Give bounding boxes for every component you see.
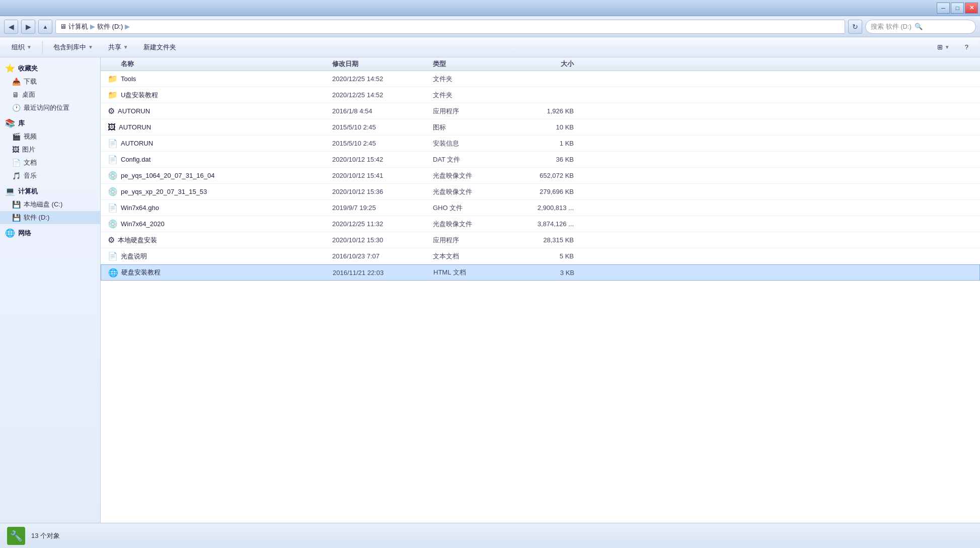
file-type-cell: 应用程序 (433, 107, 513, 116)
file-size-cell: 652,072 KB (513, 172, 584, 179)
recent-icon: 🕐 (12, 104, 21, 112)
search-box[interactable]: 搜索 软件 (D:) 🔍 (865, 20, 976, 34)
sidebar-item-local-c[interactable]: 💾 本地磁盘 (C:) (0, 198, 100, 211)
table-row[interactable]: 📄 Win7x64.gho 2019/9/7 19:25 GHO 文件 2,90… (101, 200, 980, 216)
file-name-label: Win7x64.gho (121, 204, 159, 212)
recent-label: 最近访问的位置 (24, 103, 69, 112)
table-row[interactable]: 📄 Config.dat 2020/10/12 15:42 DAT 文件 36 … (101, 152, 980, 168)
file-name-label: 硬盘安装教程 (121, 268, 161, 277)
view-button[interactable]: ⊞ ▼ (931, 40, 956, 55)
network-label: 网络 (18, 229, 31, 238)
status-count: 13 个对象 (31, 531, 60, 540)
file-date-cell: 2016/1/8 4:54 (332, 107, 433, 115)
network-header: 🌐 网络 (0, 226, 100, 240)
file-size-cell: 36 KB (513, 156, 584, 163)
close-button[interactable]: ✕ (965, 3, 978, 14)
sidebar-item-download[interactable]: 📥 下载 (0, 75, 100, 88)
organize-button[interactable]: 组织 ▼ (5, 40, 38, 55)
sidebar-item-doc[interactable]: 📄 文档 (0, 156, 100, 169)
up-button[interactable]: ▲ (38, 20, 52, 34)
doc-icon: 📄 (12, 159, 21, 167)
table-row[interactable]: 📁 U盘安装教程 2020/12/25 14:52 文件夹 (101, 87, 980, 103)
breadcrumb-sep1: ▶ (90, 23, 95, 30)
main-content: ⭐ 收藏夹 📥 下载 🖥 桌面 🕐 最近访问的位置 📚 库 (0, 57, 980, 523)
breadcrumb-sep2: ▶ (125, 23, 130, 30)
sidebar: ⭐ 收藏夹 📥 下载 🖥 桌面 🕐 最近访问的位置 📚 库 (0, 57, 101, 523)
help-button[interactable]: ? (958, 40, 975, 55)
table-row[interactable]: 🌐 硬盘安装教程 2016/11/21 22:03 HTML 文档 3 KB (101, 264, 980, 281)
include-library-button[interactable]: 包含到库中 ▼ (47, 40, 100, 55)
breadcrumb-drive[interactable]: 软件 (D:) (97, 22, 123, 31)
minimize-button[interactable]: ─ (937, 3, 950, 14)
table-row[interactable]: 📄 AUTORUN 2015/5/10 2:45 安装信息 1 KB (101, 135, 980, 152)
search-placeholder-text: 搜索 软件 (D:) (871, 22, 912, 31)
table-row[interactable]: 🖼 AUTORUN 2015/5/10 2:45 图标 10 KB (101, 119, 980, 135)
table-row[interactable]: 📁 Tools 2020/12/25 14:52 文件夹 (101, 71, 980, 87)
file-name-cell: 🖼 AUTORUN (101, 123, 332, 132)
share-button[interactable]: 共享 ▼ (102, 40, 135, 55)
file-name-label: AUTORUN (121, 140, 153, 147)
sidebar-item-soft-d[interactable]: 💾 软件 (D:) (0, 211, 100, 224)
file-icon: 📄 (108, 203, 118, 213)
file-date-cell: 2015/5/10 2:45 (332, 123, 433, 131)
file-name-label: AUTORUN (118, 107, 150, 115)
file-date-cell: 2020/10/12 15:42 (332, 156, 433, 163)
sidebar-item-video[interactable]: 🎬 视频 (0, 130, 100, 143)
local-c-label: 本地磁盘 (C:) (24, 200, 62, 209)
breadcrumb-computer[interactable]: 计算机 (68, 22, 88, 31)
view-icon: ⊞ (937, 43, 943, 51)
desktop-label: 桌面 (22, 90, 35, 99)
library-label: 库 (18, 119, 25, 128)
file-date-cell: 2019/9/7 19:25 (332, 204, 433, 212)
file-icon: ⚙ (108, 235, 115, 245)
file-name-label: 本地硬盘安装 (118, 236, 157, 245)
file-name-cell: 💿 pe_yqs_1064_20_07_31_16_04 (101, 171, 332, 180)
soft-d-label: 软件 (D:) (24, 213, 49, 222)
file-size-cell: 2,900,813 ... (513, 204, 584, 212)
file-type-cell: 文件夹 (433, 91, 513, 100)
titlebar-buttons: ─ □ ✕ (937, 3, 978, 14)
file-name-cell: 📄 AUTORUN (101, 139, 332, 148)
file-icon: 💿 (108, 187, 118, 196)
file-size-cell: 279,696 KB (513, 188, 584, 195)
toolbar-sep1 (42, 41, 43, 53)
file-type-cell: HTML 文档 (433, 268, 514, 277)
file-name-cell: 📁 Tools (101, 74, 332, 84)
file-name-label: pe_yqs_1064_20_07_31_16_04 (121, 172, 215, 179)
file-size-cell: 3 KB (514, 269, 584, 277)
table-row[interactable]: 💿 Win7x64_2020 2020/12/25 11:32 光盘映像文件 3… (101, 216, 980, 232)
file-type-cell: 应用程序 (433, 236, 513, 245)
file-name-label: AUTORUN (119, 123, 151, 131)
sidebar-item-desktop[interactable]: 🖥 桌面 (0, 88, 100, 101)
file-type-cell: 文本文档 (433, 252, 513, 261)
file-size-cell: 28,315 KB (513, 236, 584, 244)
sidebar-item-image[interactable]: 🖼 图片 (0, 143, 100, 156)
col-header-type[interactable]: 类型 (433, 59, 513, 68)
back-button[interactable]: ◀ (4, 20, 18, 34)
file-name-cell: 💿 Win7x64_2020 (101, 219, 332, 229)
file-size-cell: 5 KB (513, 252, 584, 260)
col-header-size[interactable]: 大小 (513, 59, 584, 68)
file-date-cell: 2020/10/12 15:30 (332, 236, 433, 244)
sidebar-item-music[interactable]: 🎵 音乐 (0, 169, 100, 182)
table-row[interactable]: 💿 pe_yqs_1064_20_07_31_16_04 2020/10/12 … (101, 168, 980, 184)
file-type-cell: 安装信息 (433, 139, 513, 148)
table-row[interactable]: ⚙ AUTORUN 2016/1/8 4:54 应用程序 1,926 KB (101, 103, 980, 119)
table-row[interactable]: 💿 pe_yqs_xp_20_07_31_15_53 2020/10/12 15… (101, 184, 980, 200)
breadcrumb[interactable]: 🖥 计算机 ▶ 软件 (D:) ▶ (55, 20, 845, 34)
sidebar-item-recent[interactable]: 🕐 最近访问的位置 (0, 101, 100, 114)
file-type-cell: 光盘映像文件 (433, 187, 513, 196)
download-label: 下载 (24, 77, 37, 86)
new-folder-button[interactable]: 新建文件夹 (137, 40, 183, 55)
refresh-button[interactable]: ↻ (848, 20, 862, 34)
star-icon: ⭐ (5, 63, 15, 73)
col-header-name[interactable]: 名称 (101, 59, 332, 68)
file-icon: 📄 (108, 139, 118, 148)
table-row[interactable]: 📄 光盘说明 2016/10/23 7:07 文本文档 5 KB (101, 248, 980, 264)
statusbar: 🔧 13 个对象 (0, 523, 980, 548)
col-header-date[interactable]: 修改日期 (332, 59, 433, 68)
maximize-button[interactable]: □ (951, 3, 964, 14)
forward-button[interactable]: ▶ (21, 20, 35, 34)
table-row[interactable]: ⚙ 本地硬盘安装 2020/10/12 15:30 应用程序 28,315 KB (101, 232, 980, 248)
music-icon: 🎵 (12, 172, 21, 180)
